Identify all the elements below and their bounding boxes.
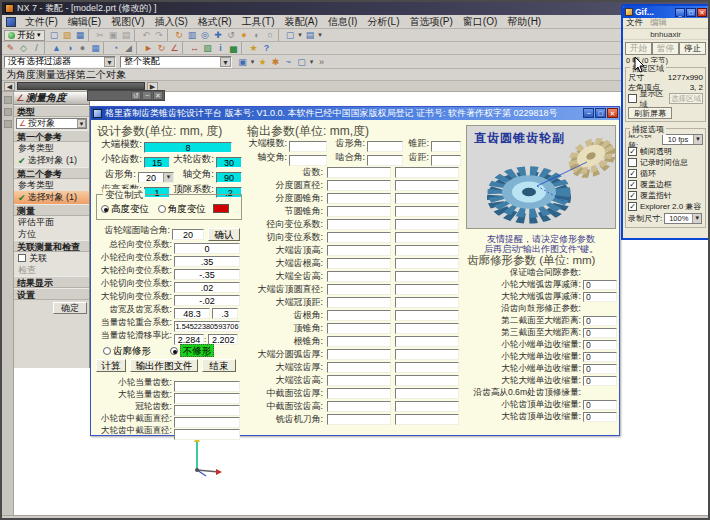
revolve-icon[interactable]: ◑ xyxy=(63,42,76,54)
resource-icon[interactable] xyxy=(4,120,12,128)
fps-combo[interactable]: 10 fps▼ xyxy=(662,134,703,145)
scroll-left-button[interactable]: ◀ xyxy=(4,82,15,91)
output-pinion-field[interactable] xyxy=(327,219,391,230)
modification-field[interactable]: 0 xyxy=(583,316,617,326)
fit-view-icon[interactable]: ◎ xyxy=(199,29,212,41)
output-pinion-field[interactable] xyxy=(327,167,391,178)
output-gear-field[interactable] xyxy=(395,258,459,269)
gif-pause-button[interactable]: 暂停 xyxy=(652,42,679,55)
output-pinion-field[interactable] xyxy=(327,284,391,295)
dropdown-caret-icon[interactable]: ▼ xyxy=(104,57,115,67)
gif-start-button[interactable]: 开始 xyxy=(625,42,652,55)
cut-icon[interactable]: ✂ xyxy=(94,29,107,41)
separator[interactable] xyxy=(241,42,246,54)
option-checkbox[interactable] xyxy=(628,147,637,156)
output-pinion-field[interactable] xyxy=(327,375,391,386)
output-pinion-field[interactable] xyxy=(327,388,391,399)
modification-field[interactable]: 0 xyxy=(583,364,617,374)
output-gear-field[interactable] xyxy=(395,349,459,360)
menu-item[interactable]: 装配(A) xyxy=(279,16,322,27)
output-pinion-field[interactable] xyxy=(327,271,391,282)
modification-field[interactable]: 0 xyxy=(583,400,617,410)
option-checkbox[interactable] xyxy=(628,202,637,211)
output-gear-field[interactable] xyxy=(395,180,459,191)
sphere-icon[interactable]: ● xyxy=(238,29,251,41)
output-gear-field[interactable] xyxy=(395,219,459,230)
output-top-field[interactable] xyxy=(367,155,403,166)
edge-blend-icon[interactable]: ◔ xyxy=(109,42,122,54)
output-gear-field[interactable] xyxy=(395,388,459,399)
panel-title[interactable]: ∠测量角度 xyxy=(14,92,89,105)
chamfer-icon[interactable]: ◢ xyxy=(122,42,135,54)
show-region-checkbox[interactable] xyxy=(628,94,637,103)
collapsed-tab[interactable] xyxy=(17,82,145,90)
datum-axis-icon[interactable]: / xyxy=(30,42,43,54)
modification-field[interactable]: 0 xyxy=(583,328,617,338)
new-file-icon[interactable]: ▢ xyxy=(48,29,61,41)
assembly-constraint-icon[interactable]: ∠ xyxy=(168,42,181,54)
gif-menu-file[interactable]: 文件 xyxy=(626,17,643,29)
menu-item[interactable]: 视图(V) xyxy=(106,16,149,27)
output-gear-field[interactable] xyxy=(395,297,459,308)
hole-icon[interactable]: ● xyxy=(76,42,89,54)
resource-icon[interactable] xyxy=(4,96,12,104)
output-pinion-field[interactable] xyxy=(327,414,391,425)
menu-item[interactable]: 文件(F) xyxy=(20,16,63,27)
output-pinion-field[interactable] xyxy=(327,245,391,256)
output-gear-field[interactable] xyxy=(395,362,459,373)
select-object-2-active[interactable]: ✔选择对象 (1) xyxy=(14,191,89,204)
gif-menu-edit[interactable]: 编辑 xyxy=(650,17,667,29)
modification-field[interactable]: 0 xyxy=(583,340,617,350)
select-region-button[interactable]: 选择区域 xyxy=(669,93,703,104)
menu-item[interactable]: 首选项(P) xyxy=(405,16,458,27)
separator[interactable] xyxy=(278,29,283,41)
refresh-icon[interactable]: ↻ xyxy=(173,29,186,41)
close-icon[interactable]: ✕ xyxy=(153,91,163,100)
angle-shift-radio[interactable] xyxy=(158,205,166,213)
output-gear-field[interactable] xyxy=(395,336,459,347)
start-menu-button[interactable]: 开始▾ xyxy=(4,30,45,41)
close-icon[interactable]: ✕ xyxy=(607,108,618,118)
option-checkbox[interactable] xyxy=(628,191,637,200)
curve-select-icon[interactable]: ~ xyxy=(282,56,295,68)
snap-point-icon[interactable]: ✱ xyxy=(269,56,282,68)
save-icon[interactable]: ▦ xyxy=(74,29,87,41)
checkbox-icon[interactable] xyxy=(18,254,26,262)
wireframe-view-icon[interactable]: ○ xyxy=(264,29,277,41)
section-settings[interactable]: 设置 xyxy=(14,288,89,300)
section-first-reference[interactable]: 第一个参考 xyxy=(14,130,89,142)
export-plot-button[interactable]: 输出作图文件 xyxy=(130,359,198,372)
restore-icon[interactable]: ↺ xyxy=(131,91,141,100)
record-size-combo[interactable]: 100%▼ xyxy=(664,213,702,224)
no-mod-radio[interactable] xyxy=(170,347,178,355)
selection-scope-select[interactable]: 整个装配▼ xyxy=(120,56,232,68)
dropdown-caret-icon[interactable]: ▾ xyxy=(249,56,256,68)
datum-plane-icon[interactable]: ◇ xyxy=(17,42,30,54)
dropdown-caret-icon[interactable]: ▼ xyxy=(692,214,701,223)
separator[interactable] xyxy=(103,42,108,54)
output-gear-field[interactable] xyxy=(395,284,459,295)
output-gear-field[interactable] xyxy=(395,193,459,204)
sketch-icon[interactable]: ✎ xyxy=(4,42,17,54)
select-scope-icon[interactable]: ▣ xyxy=(236,56,249,68)
output-pinion-field[interactable] xyxy=(327,310,391,321)
rotate-component-icon[interactable]: ↻ xyxy=(155,42,168,54)
refresh-screen-button[interactable]: 刷新屏幕 xyxy=(628,107,672,119)
menu-item[interactable]: 窗口(O) xyxy=(458,16,502,27)
menu-item[interactable]: 编辑(E) xyxy=(63,16,106,27)
copy-icon[interactable]: ▣ xyxy=(107,29,120,41)
output-pinion-field[interactable] xyxy=(327,232,391,243)
output-gear-field[interactable] xyxy=(395,414,459,425)
selection-filter-select[interactable]: 没有选择过滤器▼ xyxy=(4,56,116,68)
extrude-icon[interactable]: ▲ xyxy=(50,42,63,54)
undo-icon[interactable]: ↶ xyxy=(140,29,153,41)
output-gear-field[interactable] xyxy=(395,245,459,256)
select-object-1[interactable]: ✔选择对象 (1) xyxy=(14,154,89,167)
calculate-button[interactable]: 计算 xyxy=(96,359,126,372)
option-checkbox[interactable] xyxy=(628,169,637,178)
layers-icon[interactable]: ▤ xyxy=(304,29,317,41)
window-titlebar[interactable]: NX 7 - 装配 - [model2.prt (修改的) ] xyxy=(2,2,708,15)
output-top-field[interactable] xyxy=(431,155,461,166)
separator[interactable] xyxy=(88,29,93,41)
redo-icon[interactable]: ↷ xyxy=(153,29,166,41)
